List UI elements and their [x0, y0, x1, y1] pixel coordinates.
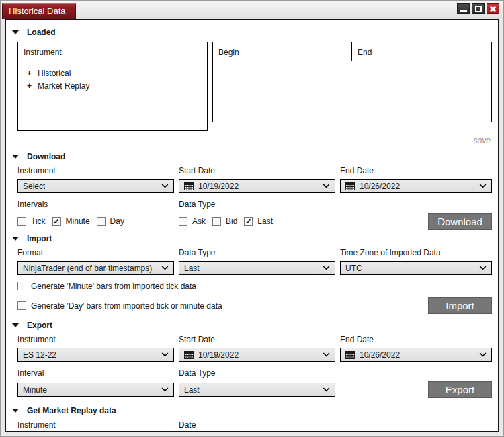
select-value: UTC — [345, 264, 362, 273]
data-type-label: Data Type — [179, 200, 335, 209]
instrument-label: Instrument — [17, 420, 174, 430]
tree-item-market-replay[interactable]: Market Replay — [18, 80, 207, 93]
generate-minute-row: Generate 'Minute' bars from imported tic… — [6, 275, 498, 293]
calendar-icon — [184, 182, 194, 190]
download-end-date-picker[interactable]: 10/26/2022 — [340, 179, 492, 193]
import-labels: Format Data Type Time Zone of Imported D… — [6, 247, 498, 261]
export-sub-labels: Interval Data Type — [6, 367, 498, 381]
checkbox-label: Bid — [226, 216, 237, 226]
interval-label: Interval — [17, 368, 174, 378]
interval-tick-checkbox[interactable]: Tick — [17, 216, 46, 226]
checkbox-icon — [52, 217, 61, 226]
save-link[interactable]: save — [474, 136, 491, 145]
checkbox-label: Ask — [192, 216, 206, 226]
download-selects: Select 10/19/2022 10/26/2022 — [6, 179, 498, 193]
chevron-down-icon — [161, 352, 169, 357]
column-header-begin[interactable]: Begin — [213, 42, 352, 61]
checkbox-icon — [17, 301, 26, 310]
minimize-button[interactable] — [457, 3, 470, 14]
loaded-body: Instrument Historical Market Replay Begi… — [6, 40, 498, 130]
window-controls — [457, 3, 499, 14]
calendar-icon — [345, 182, 355, 190]
data-type-label: Data Type — [179, 248, 335, 257]
chevron-down-icon — [479, 184, 487, 188]
start-date-label: Start Date — [179, 166, 335, 175]
datatype-last-checkbox[interactable]: Last — [244, 216, 273, 226]
generate-day-checkbox[interactable]: Generate 'Day' bars from imported tick o… — [17, 301, 222, 311]
download-start-date-picker[interactable]: 10/19/2022 — [179, 179, 335, 193]
checkbox-label: Generate 'Minute' bars from imported tic… — [31, 282, 196, 291]
tree-item-historical[interactable]: Historical — [18, 67, 207, 80]
download-button[interactable]: Download — [428, 213, 492, 230]
end-date-label: End Date — [340, 335, 492, 344]
section-header-export[interactable]: Export — [6, 317, 498, 333]
collapse-triangle-icon — [12, 30, 19, 34]
date-value: 10/26/2022 — [360, 350, 400, 360]
date-value: 10/26/2022 — [360, 182, 400, 191]
tree-body: Historical Market Replay — [18, 61, 207, 93]
expand-plus-icon[interactable] — [27, 70, 32, 77]
data-type-group: Ask Bid Last — [179, 216, 335, 226]
section-header-loaded[interactable]: Loaded — [6, 24, 498, 40]
checkbox-icon — [179, 217, 187, 226]
section-header-market-replay[interactable]: Get Market Replay data — [6, 402, 498, 419]
market-replay-labels: Instrument Date — [6, 419, 498, 432]
expand-plus-icon[interactable] — [27, 83, 32, 89]
column-header-end[interactable]: End — [352, 42, 377, 61]
export-interval-select[interactable]: Minute — [17, 383, 174, 397]
title-bar: Historical Data — [1, 1, 503, 19]
download-checks: Tick Minute Day Ask Bid — [6, 212, 498, 230]
export-instrument-select[interactable]: ES 12-22 — [17, 348, 174, 362]
intervals-group: Tick Minute Day — [17, 216, 174, 226]
chevron-down-icon — [323, 266, 330, 270]
table-body-empty — [213, 61, 491, 122]
select-value: Minute — [23, 385, 47, 395]
import-format-select[interactable]: NinjaTrader (end of bar timestamps) — [17, 261, 174, 275]
content-panel: Loaded Instrument Historical Market Repl… — [5, 19, 499, 432]
checkbox-label: Minute — [66, 216, 90, 226]
checkbox-icon — [97, 217, 106, 226]
maximize-icon — [475, 6, 482, 12]
date-label: Date — [179, 420, 335, 430]
datatype-bid-checkbox[interactable]: Bid — [212, 216, 237, 226]
data-type-label: Data Type — [179, 368, 335, 378]
format-label: Format — [17, 248, 174, 257]
download-sub-labels: Intervals Data Type — [6, 198, 498, 212]
interval-day-checkbox[interactable]: Day — [97, 216, 124, 226]
export-data-type-select[interactable]: Last — [179, 383, 335, 397]
checkbox-icon — [17, 282, 26, 290]
chevron-down-icon — [479, 352, 487, 357]
section-title: Export — [27, 321, 52, 330]
timezone-label: Time Zone of Imported Data — [340, 248, 492, 257]
section-header-import[interactable]: Import — [6, 230, 498, 247]
close-button[interactable] — [487, 3, 499, 14]
import-button[interactable]: Import — [428, 297, 492, 314]
select-value: Last — [184, 385, 200, 395]
export-end-date-picker[interactable]: 10/26/2022 — [340, 348, 492, 362]
tree-header: Instrument — [18, 42, 207, 61]
maximize-button[interactable] — [472, 3, 485, 14]
section-title: Get Market Replay data — [27, 406, 116, 415]
minimize-icon — [460, 10, 467, 12]
generate-minute-checkbox[interactable]: Generate 'Minute' bars from imported tic… — [17, 282, 196, 291]
instrument-label: Instrument — [17, 166, 174, 175]
import-data-type-select[interactable]: Last — [179, 261, 335, 275]
window-title-tab[interactable]: Historical Data — [2, 3, 76, 19]
loaded-range-table: Begin End — [212, 42, 492, 122]
interval-minute-checkbox[interactable]: Minute — [52, 216, 90, 226]
collapse-triangle-icon — [12, 323, 19, 327]
generate-day-row: Generate 'Day' bars from imported tick o… — [6, 293, 498, 314]
section-header-download[interactable]: Download — [6, 148, 498, 165]
select-value: ES 12-22 — [23, 350, 56, 360]
collapse-triangle-icon — [12, 155, 19, 159]
export-button[interactable]: Export — [428, 381, 492, 398]
chevron-down-icon — [323, 352, 330, 357]
datatype-ask-checkbox[interactable]: Ask — [179, 216, 206, 226]
checkbox-label: Generate 'Day' bars from imported tick o… — [31, 301, 222, 311]
chevron-down-icon — [323, 387, 330, 392]
export-start-date-picker[interactable]: 10/19/2022 — [179, 348, 335, 362]
download-instrument-select[interactable]: Select — [17, 179, 174, 193]
date-value: 10/19/2022 — [198, 182, 239, 191]
collapse-triangle-icon — [12, 409, 19, 413]
import-timezone-select[interactable]: UTC — [340, 261, 492, 275]
